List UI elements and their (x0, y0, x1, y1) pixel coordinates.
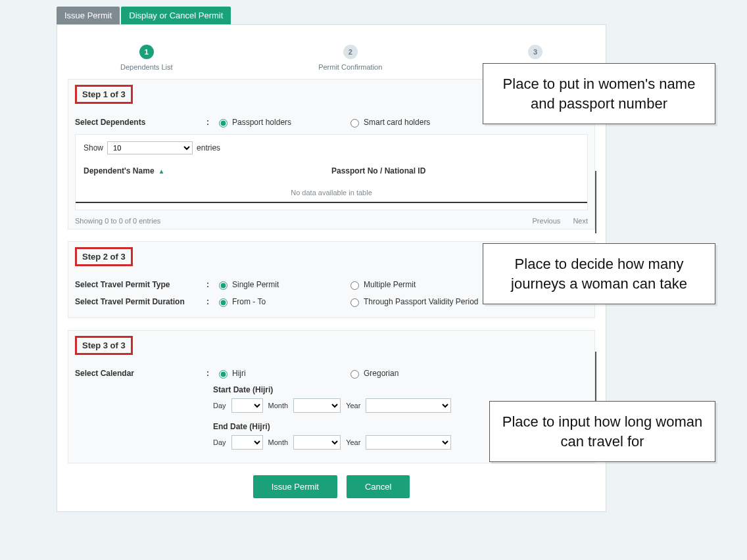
annotation-callout-3: Place to input how long woman can travel… (489, 401, 715, 462)
radio-gregorian[interactable] (350, 370, 359, 379)
colon: : (206, 297, 216, 306)
stepper-step-1: 1 Dependents List (120, 45, 173, 71)
label-permit-type: Select Travel Permit Type (75, 280, 206, 289)
select-start-day[interactable] (231, 398, 263, 413)
pager-next[interactable]: Next (573, 217, 588, 225)
radio-from-to-label: From - To (232, 297, 266, 306)
pager-info: Showing 0 to 0 of 0 entries (75, 217, 160, 225)
radio-passport-holders-label: Passport holders (232, 118, 291, 127)
colon: : (206, 369, 216, 378)
select-end-month[interactable] (293, 435, 341, 450)
radio-single-permit[interactable] (219, 281, 228, 290)
radio-smart-card-holders[interactable] (350, 119, 359, 128)
cancel-button[interactable]: Cancel (347, 475, 410, 498)
annotation-line-3 (595, 352, 596, 401)
radio-multiple-permit[interactable] (350, 281, 359, 290)
label-start-year: Year (346, 402, 360, 409)
annotation-line-1 (595, 171, 596, 233)
label-show: Show (84, 143, 103, 152)
label-start-day: Day (213, 402, 226, 409)
radio-through-validity[interactable] (350, 298, 359, 307)
stepper-label-1: Dependents List (120, 63, 173, 71)
radio-smart-card-holders-label: Smart card holders (364, 118, 430, 127)
stepper-dot-2: 2 (343, 45, 358, 59)
label-entries: entries (197, 143, 220, 152)
radio-hijri[interactable] (219, 370, 228, 379)
radio-passport-holders[interactable] (219, 119, 228, 128)
annotation-callout-1: Place to put in women's name and passpor… (483, 63, 715, 124)
row-calendar: Select Calendar : Hijri Gregorian (75, 368, 588, 379)
label-calendar: Select Calendar (75, 369, 206, 378)
radio-multiple-permit-label: Multiple Permit (364, 280, 416, 289)
table-header: Dependent's Name ▲ Passport No / Nationa… (84, 166, 579, 175)
label-end-day: Day (213, 438, 226, 446)
th-passport-no[interactable]: Passport No / National ID (331, 166, 425, 175)
stepper-dot-1: 1 (139, 45, 154, 59)
footer-buttons: Issue Permit Cancel (68, 475, 595, 498)
select-start-year[interactable] (366, 398, 451, 413)
dependents-table-box: Show 10 entries Dependent's Name ▲ Passp… (75, 134, 588, 210)
step-2-header: Step 2 of 3 (75, 247, 133, 266)
colon: : (206, 118, 216, 127)
label-start-month: Month (268, 402, 289, 409)
select-end-day[interactable] (231, 435, 263, 450)
issue-permit-button[interactable]: Issue Permit (253, 475, 337, 498)
colon: : (206, 280, 216, 289)
select-page-size[interactable]: 10 (107, 141, 193, 154)
table-no-data: No data available in table (76, 179, 587, 203)
step-3-header: Step 3 of 3 (75, 336, 133, 355)
select-end-year[interactable] (366, 435, 451, 450)
sort-asc-icon[interactable]: ▲ (158, 168, 165, 175)
th-dependents-name[interactable]: Dependent's Name (84, 166, 155, 175)
stepper-label-2: Permit Confirmation (318, 63, 382, 71)
radio-from-to[interactable] (219, 298, 228, 307)
tab-issue-permit[interactable]: Issue Permit (57, 7, 120, 24)
label-select-dependents: Select Dependents (75, 118, 206, 127)
step-1-header: Step 1 of 3 (75, 85, 133, 104)
tab-bar: Issue Permit Display or Cancel Permit (57, 7, 606, 24)
stepper-step-2: 2 Permit Confirmation (318, 45, 382, 71)
pager: Showing 0 to 0 of 0 entries Previous Nex… (75, 217, 588, 225)
radio-hijri-label: Hijri (232, 369, 246, 378)
label-permit-duration: Select Travel Permit Duration (75, 297, 206, 306)
select-start-month[interactable] (293, 398, 341, 413)
stepper-dot-3: 3 (528, 45, 542, 59)
radio-through-validity-label: Through Passport Validity Period (364, 297, 479, 306)
radio-gregorian-label: Gregorian (364, 369, 398, 378)
annotation-callout-2: Place to decide how many journeys a woma… (483, 243, 715, 304)
radio-single-permit-label: Single Permit (232, 280, 279, 289)
pager-prev[interactable]: Previous (533, 217, 561, 225)
tab-display-cancel-permit[interactable]: Display or Cancel Permit (121, 7, 231, 24)
start-date-title: Start Date (Hijri) (213, 385, 588, 394)
label-end-year: Year (346, 438, 360, 446)
label-end-month: Month (268, 438, 289, 446)
